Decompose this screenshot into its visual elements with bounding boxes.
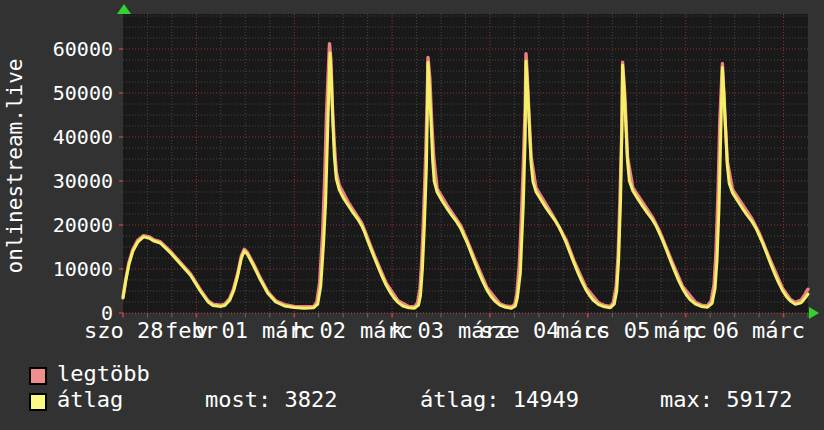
stat-atlag: átlag: 14949 (420, 388, 579, 412)
rrd-graph-screen: onlinestream.live 0100002000030000400005… (0, 0, 824, 430)
x-axis-label: p 06 (686, 320, 739, 342)
stat-max: max: 59172 (660, 388, 792, 412)
legend-label-avg: átlag (57, 388, 123, 412)
legend-label-max: legtöbb (57, 362, 150, 386)
x-axis-label: sze 04 (480, 320, 559, 342)
y-axis-label-40000: 40000 (33, 126, 113, 148)
legend-swatch-avg (29, 393, 47, 411)
stat-most: most: 3822 (205, 388, 337, 412)
legend-swatch-max (29, 367, 47, 385)
x-axis-label: cs 05 (584, 320, 650, 342)
plot-background (123, 14, 808, 313)
x-axis-label: k 03 (391, 320, 444, 342)
x-axis-label: szo 28 (84, 320, 163, 342)
y-axis-label-60000: 60000 (33, 38, 113, 60)
y-axis-label-50000: 50000 (33, 82, 113, 104)
x-axis-label: v 01 (195, 320, 248, 342)
y-axis-label-30000: 30000 (33, 170, 113, 192)
chart-plot-area (119, 14, 812, 319)
y-axis-label-10000: 10000 (33, 258, 113, 280)
x-axis-label: h 02 (293, 320, 346, 342)
y-axis-label-20000: 20000 (33, 214, 113, 236)
y-axis-arrow-icon (117, 4, 131, 14)
x-axis-label: márc (752, 320, 805, 342)
y-axis-title: onlinestream.live (4, 36, 26, 296)
